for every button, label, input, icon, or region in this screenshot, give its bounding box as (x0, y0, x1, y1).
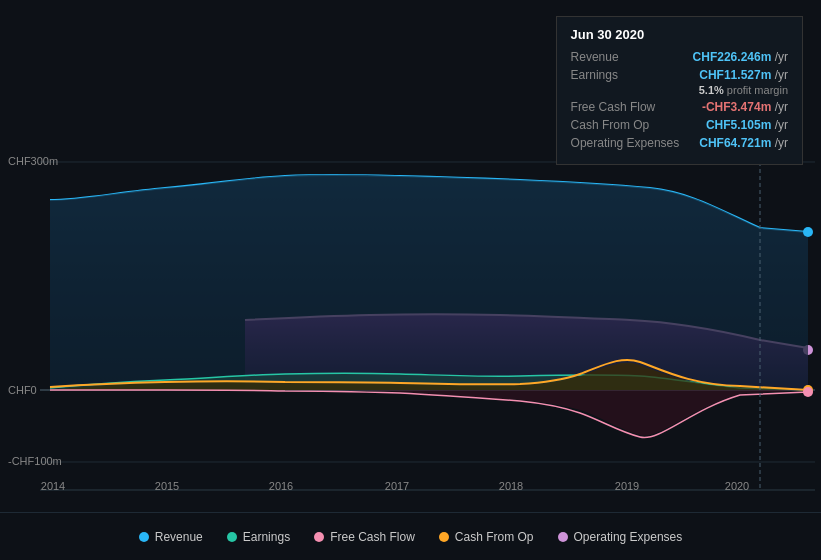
tooltip-margin-value: 5.1% profit margin (699, 84, 788, 96)
tooltip-row-fcf: Free Cash Flow -CHF3.474m /yr (571, 100, 788, 114)
x-label-2014: 2014 (41, 480, 65, 492)
legend-dot-opex (558, 532, 568, 542)
legend-label-cashfromop: Cash From Op (455, 530, 534, 544)
legend-dot-fcf (314, 532, 324, 542)
data-tooltip: Jun 30 2020 Revenue CHF226.246m /yr Earn… (556, 16, 803, 165)
legend-label-fcf: Free Cash Flow (330, 530, 415, 544)
y-label-mid: CHF0 (8, 384, 37, 396)
tooltip-label-fcf: Free Cash Flow (571, 100, 656, 114)
x-label-2019: 2019 (615, 480, 639, 492)
x-label-2017: 2017 (385, 480, 409, 492)
tooltip-value-revenue: CHF226.246m /yr (693, 50, 788, 64)
legend-dot-cashfromop (439, 532, 449, 542)
tooltip-label-earnings: Earnings (571, 68, 618, 82)
tooltip-label-revenue: Revenue (571, 50, 619, 64)
tooltip-row-revenue: Revenue CHF226.246m /yr (571, 50, 788, 64)
tooltip-label-opex: Operating Expenses (571, 136, 680, 150)
svg-point-7 (803, 227, 813, 237)
tooltip-value-cashfromop: CHF5.105m /yr (706, 118, 788, 132)
tooltip-value-opex: CHF64.721m /yr (699, 136, 788, 150)
tooltip-value-earnings: CHF11.527m /yr (699, 68, 788, 82)
tooltip-row-earnings: Earnings CHF11.527m /yr (571, 68, 788, 82)
legend-dot-earnings (227, 532, 237, 542)
legend-item-opex[interactable]: Operating Expenses (558, 530, 683, 544)
legend-label-opex: Operating Expenses (574, 530, 683, 544)
y-label-top: CHF300m (8, 155, 58, 167)
y-label-bot: -CHF100m (8, 455, 62, 467)
chart-legend: Revenue Earnings Free Cash Flow Cash Fro… (0, 512, 821, 560)
svg-point-5 (803, 387, 813, 397)
legend-item-revenue[interactable]: Revenue (139, 530, 203, 544)
x-label-2018: 2018 (499, 480, 523, 492)
legend-label-earnings: Earnings (243, 530, 290, 544)
x-label-2015: 2015 (155, 480, 179, 492)
tooltip-row-opex: Operating Expenses CHF64.721m /yr (571, 136, 788, 150)
tooltip-value-fcf: -CHF3.474m /yr (702, 100, 788, 114)
legend-item-fcf[interactable]: Free Cash Flow (314, 530, 415, 544)
tooltip-margin-row: 5.1% profit margin (571, 84, 788, 96)
tooltip-label-cashfromop: Cash From Op (571, 118, 650, 132)
x-label-2020: 2020 (725, 480, 749, 492)
legend-item-earnings[interactable]: Earnings (227, 530, 290, 544)
legend-dot-revenue (139, 532, 149, 542)
tooltip-row-cashfromop: Cash From Op CHF5.105m /yr (571, 118, 788, 132)
legend-label-revenue: Revenue (155, 530, 203, 544)
legend-item-cashfromop[interactable]: Cash From Op (439, 530, 534, 544)
x-label-2016: 2016 (269, 480, 293, 492)
tooltip-date: Jun 30 2020 (571, 27, 788, 42)
